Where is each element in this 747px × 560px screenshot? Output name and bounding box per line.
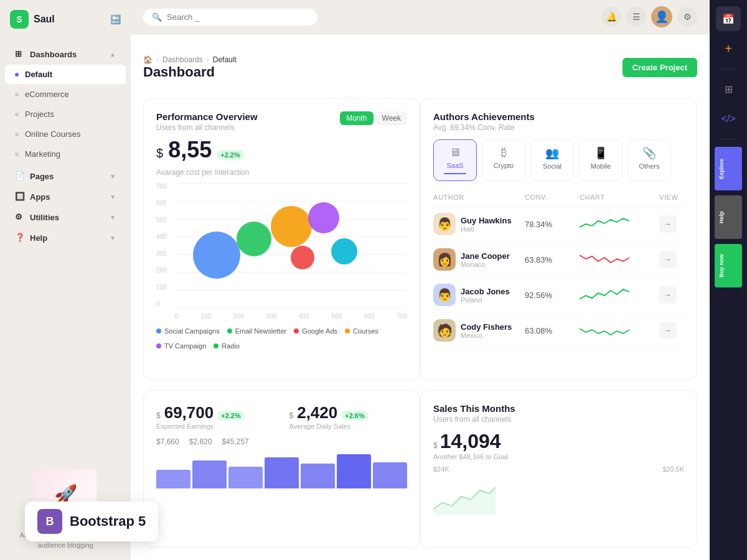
utilities-label: Utilities	[30, 213, 59, 222]
metric-number: 8,55	[168, 137, 212, 163]
cat-tab-mobile[interactable]: 📱 Mobile	[579, 139, 622, 181]
col-conv: CONV.	[525, 194, 575, 201]
author-country-2: Monaco	[461, 261, 510, 268]
stat-daily-sales: $ 2,420 +2.6% Average Daily Sales	[289, 403, 408, 430]
stat-label-2: Average Daily Sales	[289, 422, 408, 430]
rp-calendar-icon[interactable]: 📅	[716, 6, 741, 31]
cat-tab-others[interactable]: 📎 Others	[627, 139, 671, 181]
stat-badge-1: +2.2%	[217, 411, 245, 421]
default-dot	[15, 73, 19, 77]
main: 🔍 🔔 ☰ 👤 ⚙ 🏠 › Dashboards › Default Dashb…	[131, 0, 710, 560]
bubble-courses	[308, 202, 339, 233]
author-name-3: Jacob Jones	[461, 287, 510, 296]
toggle-week-button[interactable]: Week	[376, 111, 407, 125]
conv-rate-3: 92.56%	[525, 291, 575, 300]
app-name: Saul	[34, 14, 55, 25]
sidebar-item-pages[interactable]: 📄 Pages ▼	[5, 166, 126, 186]
view-btn-2[interactable]: →	[659, 251, 677, 268]
rp-add-icon[interactable]: +	[716, 36, 741, 61]
sales-y2: $20.5K	[662, 465, 684, 473]
legend-radio: Radio	[214, 342, 240, 350]
sidebar-header: S Saul 🔙	[0, 0, 131, 39]
cat-tab-saas[interactable]: 🖥 SaaS	[433, 139, 477, 181]
bar-1	[156, 470, 190, 488]
view-btn-3[interactable]: →	[659, 286, 677, 304]
bar-7	[373, 462, 407, 488]
sidebar-item-projects[interactable]: Projects	[5, 105, 126, 124]
utilities-icon: ⚙	[15, 212, 25, 222]
search-icon: 🔍	[152, 12, 162, 22]
topbar-settings-icon[interactable]: ⚙	[677, 7, 697, 27]
avatar-3: 👨	[433, 284, 456, 306]
sparkline-4	[580, 321, 654, 340]
help-button[interactable]: Help	[715, 195, 742, 239]
sales-month-card: Sales This Months Users from all channel…	[420, 390, 697, 548]
breadcrumb-current: Default	[213, 55, 237, 64]
ecommerce-label: eCommerce	[25, 90, 69, 99]
author-country-1: Haiti	[461, 225, 512, 233]
bootstrap-badge: B Bootstrap 5	[25, 502, 158, 541]
sales-title: Sales This Months	[433, 403, 684, 414]
avatar-4: 🧑	[433, 319, 456, 342]
bubble-social	[193, 231, 240, 279]
author-country-4: Mexico	[461, 332, 512, 339]
create-project-button[interactable]: Create Project	[622, 58, 697, 77]
author-info-4: 🧑 Cody Fishers Mexico	[433, 319, 520, 342]
back-icon[interactable]: 🔙	[110, 14, 121, 24]
chart-area	[175, 183, 407, 307]
legend-radio-label: Radio	[222, 342, 240, 350]
period-toggle: Month Week	[340, 111, 407, 125]
sidebar-item-dashboards[interactable]: ⊞ Dashboards ▲	[5, 44, 126, 64]
sidebar-item-default[interactable]: Default	[5, 65, 126, 84]
topbar-right: 🔔 ☰ 👤 ⚙	[601, 6, 697, 27]
sales-chart-preview	[433, 478, 496, 515]
dashboards-arrow: ▲	[110, 51, 116, 58]
sidebar-item-utilities[interactable]: ⚙ Utilities ▼	[5, 207, 126, 227]
metric-label: Avarage cost per interaction	[156, 168, 407, 177]
topbar-notification-icon[interactable]: 🔔	[601, 7, 621, 27]
bootstrap-label: Bootstrap 5	[70, 513, 146, 530]
sidebar-item-apps[interactable]: 🔲 Apps ▼	[5, 187, 126, 207]
help-label: Help	[30, 233, 47, 243]
bar-5	[301, 464, 335, 488]
rp-divider-1	[719, 68, 738, 69]
cat-tab-crypto[interactable]: ₿ Crypto	[482, 139, 525, 181]
sidebar-item-ecommerce[interactable]: eCommerce	[5, 85, 126, 104]
buy-now-button[interactable]: Buy now	[715, 244, 742, 287]
rp-code-icon[interactable]: </>	[716, 106, 741, 131]
app-logo: S	[10, 10, 29, 29]
y-axis-labels: 7006005004003002001000	[156, 183, 167, 320]
legend-tv-campaign: TV Campaign	[156, 342, 206, 350]
topbar-menu-icon[interactable]: ☰	[626, 7, 646, 27]
topbar: 🔍 🔔 ☰ 👤 ⚙	[131, 0, 710, 34]
rp-grid-icon[interactable]: ⊞	[716, 77, 741, 101]
sidebar-item-help[interactable]: ❓ Help ▼	[5, 228, 126, 248]
stat-label-1: Expected Earnings	[156, 422, 275, 430]
explore-button[interactable]: Explore	[715, 147, 742, 190]
topbar-avatar[interactable]: 👤	[651, 6, 672, 27]
avatar-2: 👩	[433, 248, 456, 271]
saas-label: SaaS	[447, 162, 464, 169]
search-box[interactable]: 🔍	[143, 9, 317, 26]
authors-table: AUTHOR CONV. CHART VIEW 👨 Guy Hawkins Ha…	[433, 189, 684, 348]
stat-value-2: 2,420	[297, 403, 337, 422]
help-icon: ❓	[15, 233, 25, 243]
view-btn-1[interactable]: →	[659, 215, 677, 233]
view-btn-4[interactable]: →	[659, 322, 677, 339]
legend-email-newsletter: Email Newsletter	[227, 327, 287, 335]
avatar-1: 👨	[433, 213, 456, 235]
cat-tab-social[interactable]: 👥 Social	[530, 139, 574, 181]
projects-label: Projects	[25, 110, 54, 119]
sidebar-item-online-courses[interactable]: Online Courses	[5, 124, 126, 144]
table-row: 🧑 Cody Fishers Mexico 63.08% →	[433, 313, 684, 348]
sidebar-item-marketing[interactable]: Marketing	[5, 144, 126, 164]
breadcrumb-home[interactable]: 🏠	[143, 55, 153, 64]
search-input[interactable]	[167, 12, 309, 22]
projects-dot	[15, 113, 19, 116]
toggle-month-button[interactable]: Month	[340, 111, 373, 125]
author-info-2: 👩 Jane Cooper Monaco	[433, 248, 520, 271]
bar-6	[337, 454, 371, 488]
mobile-label: Mobile	[591, 162, 611, 170]
sidebar-nav: ⊞ Dashboards ▲ Default eCommerce Project…	[0, 39, 131, 454]
breadcrumb-parent[interactable]: Dashboards	[162, 55, 203, 64]
